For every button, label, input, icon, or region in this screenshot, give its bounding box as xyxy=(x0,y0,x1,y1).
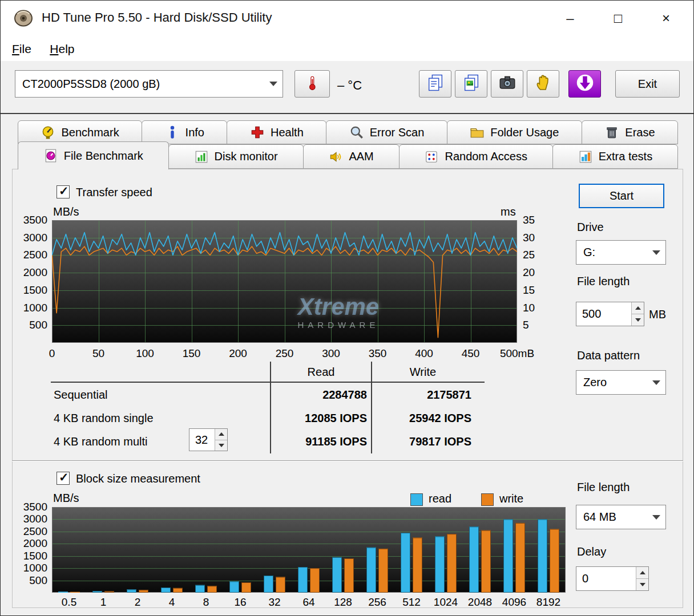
file-length-spinner[interactable]: 500 xyxy=(576,302,644,326)
maximize-button[interactable]: □ xyxy=(594,1,642,36)
axis-tick-label: 2000 xyxy=(11,266,47,279)
random-access-icon xyxy=(424,149,439,164)
axis-tick-label: 500 xyxy=(11,574,47,587)
tab-random-access[interactable]: Random Access xyxy=(399,144,553,169)
multi-queue-spinner[interactable]: 32 xyxy=(189,428,228,451)
results-header-rule xyxy=(51,382,485,383)
axis-tick-label: 20 xyxy=(523,266,551,279)
spinner-up-button[interactable] xyxy=(215,429,227,440)
block-file-length-select[interactable]: 64 MB xyxy=(576,505,666,529)
copy-image-button[interactable] xyxy=(455,70,487,98)
window-controls: – □ × xyxy=(546,1,690,36)
result-read-value: 12085 IOPS xyxy=(263,412,367,425)
axis-tick-label: 3500 xyxy=(11,501,47,513)
app-icon xyxy=(13,8,34,29)
close-button[interactable]: × xyxy=(642,1,690,36)
axis-tick-label: 250 xyxy=(259,347,310,360)
data-pattern-value: Zero xyxy=(576,376,647,389)
file-length-unit: MB xyxy=(649,308,666,321)
write-header: Write xyxy=(372,366,474,379)
axis-tick-label: 3500 xyxy=(11,214,47,226)
menu-help[interactable]: Help xyxy=(45,41,79,57)
data-pattern-label: Data pattern xyxy=(577,349,640,362)
spinner-down-button[interactable] xyxy=(632,314,644,326)
delay-spinner[interactable]: 0 xyxy=(576,566,649,591)
legend-write-swatch xyxy=(481,493,494,506)
tab-benchmark[interactable]: Benchmark xyxy=(18,120,142,144)
transfer-speed-label: Transfer speed xyxy=(76,186,152,199)
axis-tick-label: 400 xyxy=(398,347,450,360)
tab-erase[interactable]: Erase xyxy=(582,120,678,144)
delay-label: Delay xyxy=(577,545,606,558)
toolbar: CT2000P5SSD8 (2000 gB) – °C Exit xyxy=(1,61,693,113)
tab-label: Erase xyxy=(625,126,655,139)
block-file-length-label: File length xyxy=(577,481,630,494)
axis-tick-label: 3000 xyxy=(11,232,47,244)
tab-error-scan[interactable]: Error Scan xyxy=(326,120,447,144)
spinner-up-button[interactable] xyxy=(636,567,648,579)
tab-info[interactable]: Info xyxy=(142,120,227,144)
aam-icon xyxy=(328,149,343,164)
block-size-checkbox[interactable] xyxy=(57,472,70,485)
thermometer-icon xyxy=(305,71,320,96)
line-chart-left-unit: MB/s xyxy=(53,205,79,218)
result-row-label: 4 KB random single xyxy=(54,412,154,425)
device-select-value: CT2000P5SSD8 (2000 gB) xyxy=(15,78,264,91)
error-scan-icon xyxy=(349,125,364,140)
axis-tick-label: 2500 xyxy=(11,249,47,261)
spinner-up-button[interactable] xyxy=(632,302,644,314)
device-select[interactable]: CT2000P5SSD8 (2000 gB) xyxy=(15,70,283,98)
hd-tune-window: HD Tune Pro 5.50 - Hard Disk/SSD Utility… xyxy=(0,0,694,616)
axis-tick-label: 2500 xyxy=(11,525,47,538)
title-bar: HD Tune Pro 5.50 - Hard Disk/SSD Utility… xyxy=(1,1,693,36)
chevron-down-icon xyxy=(647,371,665,394)
tab-row-1: BenchmarkInfoHealthError ScanFolder Usag… xyxy=(18,120,677,144)
result-row-label: Sequential xyxy=(54,388,108,402)
axis-tick-label: 1000 xyxy=(11,562,47,574)
spinner-down-button[interactable] xyxy=(636,579,648,590)
axis-tick-label: 50 xyxy=(73,347,124,360)
axis-tick-label: 25 xyxy=(523,249,551,261)
axis-tick-label: 500mB xyxy=(491,347,543,360)
tab-label: AAM xyxy=(349,150,373,163)
tab-label: Error Scan xyxy=(370,126,425,139)
result-write-value: 2175871 xyxy=(374,388,471,402)
data-pattern-select[interactable]: Zero xyxy=(576,370,666,395)
toolbar-separator xyxy=(1,113,693,114)
axis-tick-label: 3000 xyxy=(11,513,47,525)
axis-tick-label: 35 xyxy=(523,214,551,226)
drive-label: Drive xyxy=(577,221,604,234)
tab-extra-tests[interactable]: Extra tests xyxy=(552,144,678,169)
temperature-readout: – °C xyxy=(337,78,362,93)
drive-select[interactable]: G: xyxy=(576,240,666,265)
screenshot-button[interactable] xyxy=(491,70,523,98)
temperature-button[interactable] xyxy=(294,70,330,98)
start-button[interactable]: Start xyxy=(579,184,664,208)
legend-write-label: write xyxy=(499,492,523,505)
copy-text-button[interactable] xyxy=(419,70,451,98)
spinner-buttons xyxy=(631,302,644,326)
legend-read-swatch xyxy=(410,493,423,506)
minimize-button[interactable]: – xyxy=(546,1,594,36)
result-write-value: 25942 IOPS xyxy=(374,412,471,425)
tab-folder-usage[interactable]: Folder Usage xyxy=(447,120,582,144)
tab-file-benchmark[interactable]: File Benchmark xyxy=(18,141,169,169)
save-results-button[interactable] xyxy=(568,70,601,98)
copy-text-icon xyxy=(426,73,445,95)
tab-disk-monitor[interactable]: Disk monitor xyxy=(168,144,304,169)
erase-icon xyxy=(604,125,619,140)
hand-icon xyxy=(534,74,552,94)
extra-tests-icon xyxy=(578,149,593,164)
tab-health[interactable]: Health xyxy=(227,120,326,144)
axis-tick-label: 15 xyxy=(523,284,551,297)
axis-tick-label: 5 xyxy=(523,319,551,331)
exit-button[interactable]: Exit xyxy=(615,70,680,98)
drive-select-value: G: xyxy=(576,246,647,259)
spinner-down-button[interactable] xyxy=(215,440,227,451)
drag-hand-button[interactable] xyxy=(527,70,559,98)
transfer-speed-checkbox[interactable] xyxy=(57,185,70,198)
benchmark-icon xyxy=(41,125,55,140)
menu-file[interactable]: File xyxy=(7,41,36,57)
tab-aam[interactable]: AAM xyxy=(303,144,400,169)
start-button-label: Start xyxy=(610,189,634,202)
